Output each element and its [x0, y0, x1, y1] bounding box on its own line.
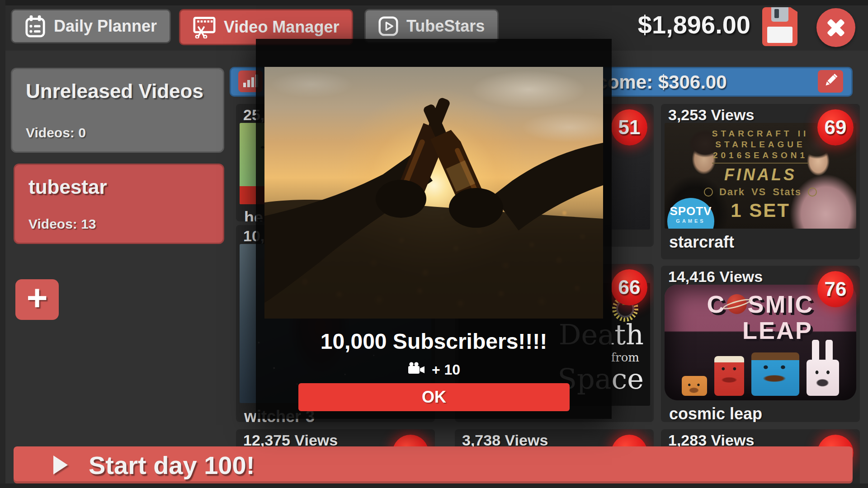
milestone-reward: + 10 — [256, 361, 612, 378]
video-card-cosmic-leap[interactable]: 14,416 Views CSMIC LEAP cosmic leap 76 — [661, 266, 860, 422]
race-icon — [704, 188, 713, 197]
voxel-red-character — [714, 356, 744, 396]
game-window: Daily Planner Video Manager TubeStars $1… — [0, 0, 868, 488]
thumbnail-text: STARCRAFT II STARLEAGUE 2016SEASON1 FINA… — [704, 128, 817, 221]
video-title: cosmic leap — [661, 400, 860, 422]
start-day-button[interactable]: Start day 100! — [14, 446, 853, 483]
left-edge-divider — [0, 0, 5, 488]
milestone-title: 10,000 Subscribers!!!! — [256, 329, 612, 354]
play-square-icon — [378, 16, 398, 36]
channel-item-unreleased[interactable]: Unreleased Videos Videos: 0 — [11, 68, 224, 153]
pencil-icon — [822, 72, 839, 90]
video-score-badge: 76 — [817, 271, 854, 307]
planet-icon — [727, 294, 747, 314]
voxel-cat — [682, 376, 707, 396]
milestone-dialog: 10,000 Subscribers!!!! + 10 OK — [256, 39, 612, 419]
channel-video-count: Videos: 13 — [28, 216, 209, 232]
bottom-edge-divider — [0, 483, 868, 488]
video-camera-icon — [407, 361, 425, 378]
video-card-starcraft[interactable]: 3,253 Views STARCRAFT II STARLEAGUE 2016… — [661, 104, 860, 259]
plus-icon: + — [27, 277, 48, 319]
start-day-label: Start day 100! — [89, 450, 255, 480]
ok-button[interactable]: OK — [298, 383, 570, 411]
tab-label: Daily Planner — [54, 17, 157, 36]
milestone-photo — [264, 67, 603, 319]
channel-title: Unreleased Videos — [26, 80, 209, 103]
close-button[interactable] — [816, 8, 855, 47]
video-title: starcraft — [661, 229, 860, 252]
video-score-badge: 51 — [611, 109, 647, 145]
voxel-rabbit — [807, 360, 839, 396]
voxel-blue-character — [751, 352, 799, 396]
video-score-badge: 69 — [817, 109, 854, 145]
tab-label: TubeStars — [406, 17, 485, 36]
tab-label: Video Manager — [224, 18, 339, 37]
bokeh-lights — [264, 67, 268, 70]
channel-title: tubestar — [28, 176, 209, 198]
video-score-badge: 66 — [611, 269, 647, 305]
top-edge-divider — [0, 0, 868, 5]
save-button[interactable] — [762, 7, 797, 46]
play-triangle-icon — [53, 455, 68, 474]
channel-video-count: Videos: 0 — [26, 125, 209, 141]
tab-tubestars[interactable]: TubeStars — [364, 9, 499, 43]
race-icon — [808, 188, 817, 197]
calendar-icon — [25, 15, 46, 38]
cheers-silhouette — [264, 67, 603, 319]
money-display: $1,896.00 — [606, 10, 750, 39]
edit-income-button[interactable] — [818, 70, 843, 93]
add-channel-button[interactable]: + — [15, 279, 59, 320]
voxel-characters — [665, 352, 856, 396]
film-scissors-icon — [193, 16, 216, 38]
tab-daily-planner[interactable]: Daily Planner — [11, 9, 171, 43]
channel-item-tubestar[interactable]: tubestar Videos: 13 — [14, 164, 224, 244]
reward-amount: + 10 — [432, 361, 460, 378]
